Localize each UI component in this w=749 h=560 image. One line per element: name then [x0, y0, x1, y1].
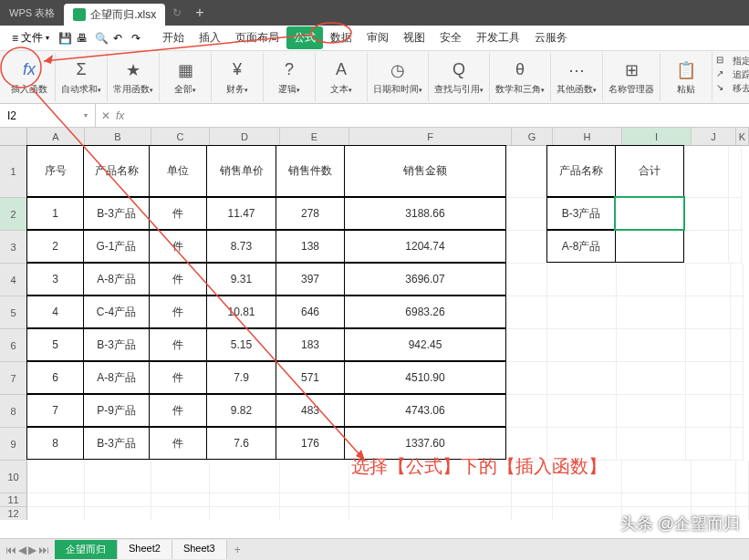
ribbon-追踪引用单元格[interactable]: ↗追踪引用单元格: [716, 68, 749, 81]
col-header-F[interactable]: F: [349, 128, 512, 145]
ribbon-全部[interactable]: ▦全部▾: [160, 53, 212, 101]
cell-D10[interactable]: [210, 461, 280, 493]
cell-K11[interactable]: [736, 493, 749, 507]
row-header-3[interactable]: 3: [0, 231, 27, 264]
ribbon-查找与引用[interactable]: Q查找与引用▾: [429, 53, 490, 101]
cell-B10[interactable]: [85, 461, 151, 493]
cell-I2[interactable]: [615, 197, 684, 230]
col-header-D[interactable]: D: [210, 128, 280, 145]
menu-开发工具[interactable]: 开发工具: [469, 26, 527, 49]
cell-C2[interactable]: 件: [149, 197, 207, 230]
row-header-9[interactable]: 9: [0, 428, 27, 461]
sheet-nav-next-icon[interactable]: ▶: [28, 544, 36, 556]
cell-F8[interactable]: 4743.06: [344, 394, 506, 427]
cell-I8[interactable]: [617, 395, 686, 428]
menu-开始[interactable]: 开始: [155, 26, 192, 49]
ribbon-自动求和[interactable]: Σ自动求和▾: [56, 53, 108, 101]
cell-C8[interactable]: 件: [149, 394, 207, 427]
cell-E2[interactable]: 278: [276, 197, 345, 230]
ribbon-文本[interactable]: A文本▾: [316, 53, 368, 101]
cell-D8[interactable]: 9.82: [206, 394, 276, 427]
row-header-4[interactable]: 4: [0, 264, 27, 296]
cell-C1[interactable]: 单位: [149, 145, 207, 197]
cell-D12[interactable]: [210, 507, 280, 520]
row-header-8[interactable]: 8: [0, 395, 27, 428]
cell-E6[interactable]: 183: [276, 328, 345, 361]
cell-J3[interactable]: [684, 231, 729, 264]
cell-G7[interactable]: [506, 362, 547, 395]
cell-C5[interactable]: 件: [149, 296, 207, 328]
sheet-nav-prev-icon[interactable]: ◀: [18, 544, 26, 556]
ribbon-逻辑[interactable]: ?逻辑▾: [264, 53, 316, 101]
cell-D6[interactable]: 5.15: [206, 328, 276, 361]
ribbon-日期和时间[interactable]: ◷日期和时间▾: [368, 53, 429, 101]
cell-G4[interactable]: [506, 264, 547, 296]
cell-B5[interactable]: C-4产品: [83, 296, 150, 328]
menu-云服务[interactable]: 云服务: [527, 26, 575, 49]
cell-H5[interactable]: [547, 296, 617, 329]
sheet-nav-last-icon[interactable]: ⏭: [38, 544, 49, 556]
col-header-G[interactable]: G: [512, 128, 553, 145]
col-header-E[interactable]: E: [280, 128, 349, 145]
row-header-6[interactable]: 6: [0, 329, 27, 362]
cell-F12[interactable]: [349, 507, 512, 520]
cell-I7[interactable]: [617, 362, 686, 395]
cell-E8[interactable]: 483: [276, 394, 345, 427]
add-tab-icon[interactable]: +: [195, 5, 203, 21]
row-header-11[interactable]: 11: [0, 493, 27, 507]
cell-D1[interactable]: 销售单价: [206, 145, 276, 197]
cell-I6[interactable]: [617, 329, 686, 362]
cell-I11[interactable]: [622, 493, 692, 507]
ribbon-名称管理器[interactable]: ⊞名称管理器: [603, 53, 661, 101]
paste-group[interactable]: 📋 粘贴: [661, 53, 713, 101]
cell-E3[interactable]: 138: [276, 230, 345, 263]
add-sheet-icon[interactable]: +: [227, 544, 248, 556]
cell-B12[interactable]: [85, 507, 151, 520]
cell-B6[interactable]: B-3产品: [83, 328, 150, 361]
cell-A12[interactable]: [27, 507, 85, 520]
cell-K1[interactable]: [729, 146, 742, 198]
cell-I1[interactable]: 合计: [615, 145, 684, 197]
sheet-tab-Sheet2[interactable]: Sheet2: [118, 540, 172, 559]
cell-G5[interactable]: [506, 296, 547, 329]
cell-C12[interactable]: [151, 507, 210, 520]
cell-F1[interactable]: 销售金额: [344, 145, 506, 197]
menu-数据[interactable]: 数据: [323, 26, 359, 49]
cell-H8[interactable]: [547, 395, 617, 428]
name-box[interactable]: I2 ▾: [0, 104, 96, 127]
cell-J10[interactable]: [692, 461, 736, 493]
ribbon-数学和三角[interactable]: θ数学和三角▾: [490, 53, 551, 101]
cell-H4[interactable]: [547, 264, 617, 296]
sheet-tab-Sheet3[interactable]: Sheet3: [172, 540, 227, 559]
col-header-A[interactable]: A: [27, 128, 85, 145]
cell-A1[interactable]: 序号: [26, 145, 84, 197]
select-all-corner[interactable]: [0, 128, 27, 145]
cell-I4[interactable]: [617, 264, 686, 296]
cell-I3[interactable]: [615, 230, 684, 263]
cell-I10[interactable]: [622, 461, 692, 493]
cell-C10[interactable]: [151, 461, 210, 493]
cell-C3[interactable]: 件: [149, 230, 207, 263]
cell-B9[interactable]: B-3产品: [83, 427, 150, 460]
col-header-B[interactable]: B: [85, 128, 151, 145]
cell-G3[interactable]: [506, 231, 547, 264]
cell-K7[interactable]: [731, 362, 744, 395]
cell-B2[interactable]: B-3产品: [83, 197, 150, 230]
cell-D9[interactable]: 7.6: [206, 427, 276, 460]
cell-C11[interactable]: [151, 493, 210, 507]
cell-D7[interactable]: 7.9: [206, 361, 276, 394]
cell-J6[interactable]: [686, 329, 731, 362]
cell-G2[interactable]: [506, 198, 547, 231]
cell-F2[interactable]: 3188.66: [344, 197, 506, 230]
cell-F4[interactable]: 3696.07: [344, 263, 506, 296]
row-header-1[interactable]: 1: [0, 146, 27, 198]
ribbon-指定[interactable]: ⊟指定: [716, 55, 749, 67]
cell-K10[interactable]: [736, 461, 749, 493]
ribbon-移去箭头[interactable]: ↘移去箭头: [716, 82, 749, 95]
cell-D5[interactable]: 10.81: [206, 296, 276, 328]
file-menu[interactable]: ≡ 文件 ▾: [5, 27, 57, 48]
cell-A4[interactable]: 3: [26, 263, 84, 296]
ribbon-插入函数[interactable]: fx插入函数: [4, 53, 56, 101]
cell-A7[interactable]: 6: [26, 361, 84, 394]
cell-D11[interactable]: [210, 493, 280, 507]
